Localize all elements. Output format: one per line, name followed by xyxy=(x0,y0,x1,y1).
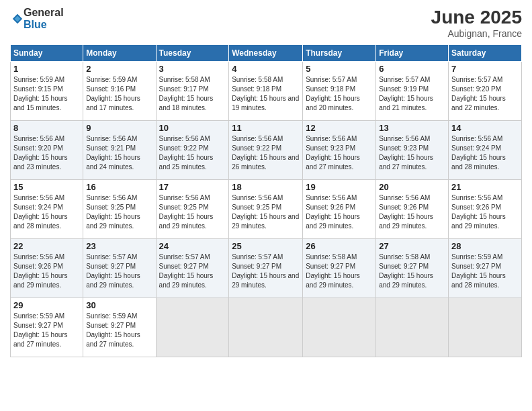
day-info: Sunrise: 5:56 AM Sunset: 9:23 PM Dayligh… xyxy=(379,134,445,172)
calendar-header-row: Sunday Monday Tuesday Wednesday Thursday… xyxy=(11,45,522,62)
table-row: 25 Sunrise: 5:57 AM Sunset: 9:27 PM Dayl… xyxy=(229,239,303,298)
col-friday: Friday xyxy=(376,45,449,62)
day-number: 21 xyxy=(451,182,519,192)
day-number: 17 xyxy=(159,182,226,192)
sunset-text: Sunset: 9:18 PM xyxy=(306,85,355,93)
table-row: 1 Sunrise: 5:59 AM Sunset: 9:15 PM Dayli… xyxy=(11,62,83,121)
day-info: Sunrise: 5:59 AM Sunset: 9:27 PM Dayligh… xyxy=(451,253,519,290)
day-info: Sunrise: 5:56 AM Sunset: 9:26 PM Dayligh… xyxy=(451,193,519,231)
sunset-text: Sunset: 9:23 PM xyxy=(306,144,355,152)
calendar-week-5: 29 Sunrise: 5:59 AM Sunset: 9:27 PM Dayl… xyxy=(11,298,522,357)
daylight-text: Daylight: 15 hours and 26 minutes. xyxy=(232,154,299,171)
sunset-text: Sunset: 9:27 PM xyxy=(86,263,136,270)
sunset-text: Sunset: 9:25 PM xyxy=(159,203,209,211)
day-number: 5 xyxy=(306,64,373,74)
sunset-text: Sunset: 9:22 PM xyxy=(159,144,209,152)
table-row: 3 Sunrise: 5:58 AM Sunset: 9:17 PM Dayli… xyxy=(156,62,229,121)
daylight-text: Daylight: 15 hours and 28 minutes. xyxy=(451,272,506,289)
day-number: 26 xyxy=(306,241,373,251)
col-wednesday: Wednesday xyxy=(229,45,303,62)
sunrise-text: Sunrise: 5:59 AM xyxy=(451,253,502,261)
table-row: 19 Sunrise: 5:56 AM Sunset: 9:26 PM Dayl… xyxy=(303,180,376,239)
sunrise-text: Sunrise: 5:57 AM xyxy=(86,253,137,261)
daylight-text: Daylight: 15 hours and 29 minutes. xyxy=(232,272,299,289)
day-number: 7 xyxy=(451,64,519,74)
table-row: 13 Sunrise: 5:56 AM Sunset: 9:23 PM Dayl… xyxy=(376,121,449,180)
day-info: Sunrise: 5:59 AM Sunset: 9:27 PM Dayligh… xyxy=(13,312,80,349)
sunrise-text: Sunrise: 5:57 AM xyxy=(159,253,210,261)
sunrise-text: Sunrise: 5:56 AM xyxy=(379,135,430,142)
daylight-text: Daylight: 15 hours and 21 minutes. xyxy=(379,95,433,111)
table-row: 17 Sunrise: 5:56 AM Sunset: 9:25 PM Dayl… xyxy=(156,180,229,239)
sunset-text: Sunset: 9:17 PM xyxy=(159,85,209,93)
day-info: Sunrise: 5:56 AM Sunset: 9:26 PM Dayligh… xyxy=(306,193,373,231)
day-number: 14 xyxy=(451,123,519,133)
day-number: 12 xyxy=(306,123,373,133)
table-row: 30 Sunrise: 5:59 AM Sunset: 9:27 PM Dayl… xyxy=(83,298,156,357)
day-info: Sunrise: 5:57 AM Sunset: 9:27 PM Dayligh… xyxy=(232,253,300,290)
table-row xyxy=(449,298,522,357)
sunset-text: Sunset: 9:27 PM xyxy=(86,322,136,329)
sunrise-text: Sunrise: 5:56 AM xyxy=(159,194,210,201)
logo-general: General xyxy=(24,7,64,19)
location-subtitle: Aubignan, France xyxy=(431,28,522,39)
table-row: 23 Sunrise: 5:57 AM Sunset: 9:27 PM Dayl… xyxy=(83,239,156,298)
day-info: Sunrise: 5:58 AM Sunset: 9:27 PM Dayligh… xyxy=(306,253,373,290)
daylight-text: Daylight: 15 hours and 22 minutes. xyxy=(451,95,506,111)
table-row xyxy=(229,298,303,357)
table-row: 10 Sunrise: 5:56 AM Sunset: 9:22 PM Dayl… xyxy=(156,121,229,180)
daylight-text: Daylight: 15 hours and 19 minutes. xyxy=(232,95,299,111)
day-info: Sunrise: 5:56 AM Sunset: 9:25 PM Dayligh… xyxy=(232,193,300,231)
title-area: June 2025 Aubignan, France xyxy=(431,7,522,39)
day-info: Sunrise: 5:57 AM Sunset: 9:27 PM Dayligh… xyxy=(159,253,226,290)
col-monday: Monday xyxy=(83,45,156,62)
table-row xyxy=(376,298,449,357)
sunset-text: Sunset: 9:24 PM xyxy=(13,203,63,211)
table-row: 29 Sunrise: 5:59 AM Sunset: 9:27 PM Dayl… xyxy=(11,298,83,357)
sunrise-text: Sunrise: 5:59 AM xyxy=(86,76,137,83)
sunset-text: Sunset: 9:20 PM xyxy=(451,85,501,93)
header: General Blue June 2025 Aubignan, France xyxy=(10,7,522,39)
day-number: 23 xyxy=(86,241,152,251)
sunrise-text: Sunrise: 5:59 AM xyxy=(86,312,137,320)
sunrise-text: Sunrise: 5:56 AM xyxy=(159,135,210,142)
table-row: 14 Sunrise: 5:56 AM Sunset: 9:24 PM Dayl… xyxy=(449,121,522,180)
sunrise-text: Sunrise: 5:56 AM xyxy=(13,253,64,261)
sunset-text: Sunset: 9:27 PM xyxy=(13,322,63,329)
table-row: 12 Sunrise: 5:56 AM Sunset: 9:23 PM Dayl… xyxy=(303,121,376,180)
sunrise-text: Sunrise: 5:56 AM xyxy=(306,194,357,201)
sunrise-text: Sunrise: 5:56 AM xyxy=(451,194,502,201)
table-row: 7 Sunrise: 5:57 AM Sunset: 9:20 PM Dayli… xyxy=(449,62,522,121)
daylight-text: Daylight: 15 hours and 29 minutes. xyxy=(379,272,433,289)
day-info: Sunrise: 5:56 AM Sunset: 9:26 PM Dayligh… xyxy=(13,253,80,290)
table-row: 2 Sunrise: 5:59 AM Sunset: 9:16 PM Dayli… xyxy=(83,62,156,121)
day-number: 30 xyxy=(86,300,152,310)
day-number: 15 xyxy=(13,182,80,192)
table-row: 24 Sunrise: 5:57 AM Sunset: 9:27 PM Dayl… xyxy=(156,239,229,298)
sunset-text: Sunset: 9:23 PM xyxy=(379,144,429,152)
calendar-week-1: 1 Sunrise: 5:59 AM Sunset: 9:15 PM Dayli… xyxy=(11,62,522,121)
sunset-text: Sunset: 9:21 PM xyxy=(86,144,136,152)
sunrise-text: Sunrise: 5:56 AM xyxy=(451,135,502,142)
sunrise-text: Sunrise: 5:57 AM xyxy=(306,76,357,83)
calendar-week-2: 8 Sunrise: 5:56 AM Sunset: 9:20 PM Dayli… xyxy=(11,121,522,180)
table-row: 9 Sunrise: 5:56 AM Sunset: 9:21 PM Dayli… xyxy=(83,121,156,180)
table-row xyxy=(156,298,229,357)
day-info: Sunrise: 5:58 AM Sunset: 9:17 PM Dayligh… xyxy=(159,75,226,113)
sunset-text: Sunset: 9:27 PM xyxy=(232,263,281,270)
day-info: Sunrise: 5:59 AM Sunset: 9:16 PM Dayligh… xyxy=(86,75,152,113)
day-info: Sunrise: 5:56 AM Sunset: 9:20 PM Dayligh… xyxy=(13,134,80,172)
sunrise-text: Sunrise: 5:56 AM xyxy=(379,194,430,201)
day-number: 29 xyxy=(13,300,80,310)
day-info: Sunrise: 5:56 AM Sunset: 9:26 PM Dayligh… xyxy=(379,193,445,231)
col-saturday: Saturday xyxy=(449,45,522,62)
day-info: Sunrise: 5:57 AM Sunset: 9:18 PM Dayligh… xyxy=(306,75,373,113)
day-number: 16 xyxy=(86,182,152,192)
day-info: Sunrise: 5:59 AM Sunset: 9:27 PM Dayligh… xyxy=(86,312,152,349)
day-number: 27 xyxy=(379,241,445,251)
day-info: Sunrise: 5:56 AM Sunset: 9:22 PM Dayligh… xyxy=(159,134,226,172)
calendar-week-3: 15 Sunrise: 5:56 AM Sunset: 9:24 PM Dayl… xyxy=(11,180,522,239)
daylight-text: Daylight: 15 hours and 24 minutes. xyxy=(86,154,140,171)
daylight-text: Daylight: 15 hours and 28 minutes. xyxy=(451,154,506,171)
day-info: Sunrise: 5:57 AM Sunset: 9:20 PM Dayligh… xyxy=(451,75,519,113)
